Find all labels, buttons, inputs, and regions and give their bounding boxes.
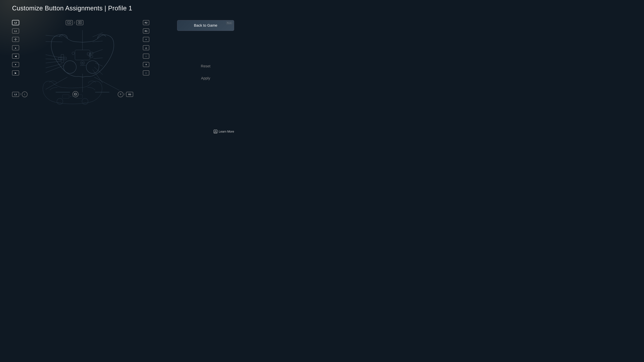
fn-badge: Fn+≡ [226, 22, 232, 24]
l3-sep: / [20, 93, 21, 96]
svg-point-24 [90, 55, 93, 58]
controller-area: / L2 L1 ▲ ◀ ▼ ▶ R2 [12, 20, 153, 99]
triangle-button[interactable]: △ [143, 45, 149, 50]
svg-point-2 [79, 22, 80, 23]
r3-area: R / R3 [118, 91, 133, 97]
svg-line-14 [91, 49, 103, 54]
l3-area: L3 / L [12, 91, 28, 97]
svg-line-13 [92, 41, 103, 42]
svg-line-10 [46, 64, 62, 75]
svg-point-36 [84, 65, 84, 66]
svg-text:PS: PS [82, 62, 84, 64]
dpad-vertical-button[interactable] [12, 37, 19, 42]
right-panel: Fn+≡ Back to Game Reset Apply [177, 20, 234, 83]
r1-button[interactable]: R1 [143, 28, 149, 33]
controller-diagram: PS [46, 30, 120, 102]
dpad-up-button[interactable]: ▲ [12, 45, 19, 50]
svg-rect-44 [62, 95, 69, 98]
svg-rect-45 [76, 95, 82, 98]
back-to-game-button[interactable]: Fn+≡ Back to Game [177, 20, 234, 31]
options-button[interactable]: ≡ [143, 37, 149, 42]
svg-line-12 [92, 33, 103, 37]
learn-more-button[interactable]: Learn More [214, 130, 234, 133]
touchpad-area: / [66, 20, 83, 25]
svg-line-7 [46, 49, 66, 59]
svg-line-15 [94, 58, 103, 59]
svg-point-37 [85, 65, 86, 66]
dpad-right-button[interactable]: ▶ [12, 70, 19, 75]
left-joystick-icon[interactable]: L [22, 91, 28, 97]
svg-line-8 [46, 58, 62, 59]
svg-point-50 [82, 98, 88, 104]
svg-rect-21 [61, 54, 64, 62]
l3-button[interactable]: L3 [12, 92, 19, 97]
r2-button[interactable]: R2 [143, 20, 149, 25]
svg-rect-1 [78, 21, 82, 24]
touchpad-icon-1[interactable] [66, 20, 73, 25]
svg-point-29 [72, 52, 75, 55]
svg-line-6 [46, 41, 62, 42]
svg-point-34 [82, 65, 82, 66]
reset-button[interactable]: Reset [177, 61, 234, 71]
touchpad-icon-2[interactable] [76, 20, 83, 25]
r3-button[interactable]: R3 [126, 92, 133, 97]
svg-point-33 [80, 65, 81, 66]
l2-button[interactable]: L2 [12, 20, 19, 25]
svg-point-46 [70, 96, 71, 97]
svg-point-48 [74, 96, 74, 97]
svg-point-35 [83, 65, 83, 66]
svg-point-19 [64, 61, 76, 73]
svg-marker-51 [214, 131, 216, 132]
svg-point-49 [57, 98, 63, 104]
l1-button[interactable]: L1 [12, 28, 19, 33]
dpad-down-button[interactable]: ▼ [12, 62, 19, 67]
touchpad-sep: / [74, 21, 75, 24]
square-button[interactable]: □ [143, 70, 149, 75]
svg-rect-28 [75, 50, 90, 60]
apply-button[interactable]: Apply [177, 73, 234, 83]
triangle-icon [214, 130, 217, 133]
circle-button[interactable]: ○ [143, 54, 149, 59]
svg-point-20 [86, 61, 99, 73]
dpad-left-button[interactable]: ◀ [12, 54, 19, 59]
page-title: Customize Button Assignments | Profile 1 [12, 5, 132, 12]
svg-point-47 [72, 96, 73, 97]
cross-button[interactable]: ✕ [143, 62, 149, 67]
r3-sep: / [124, 93, 125, 96]
